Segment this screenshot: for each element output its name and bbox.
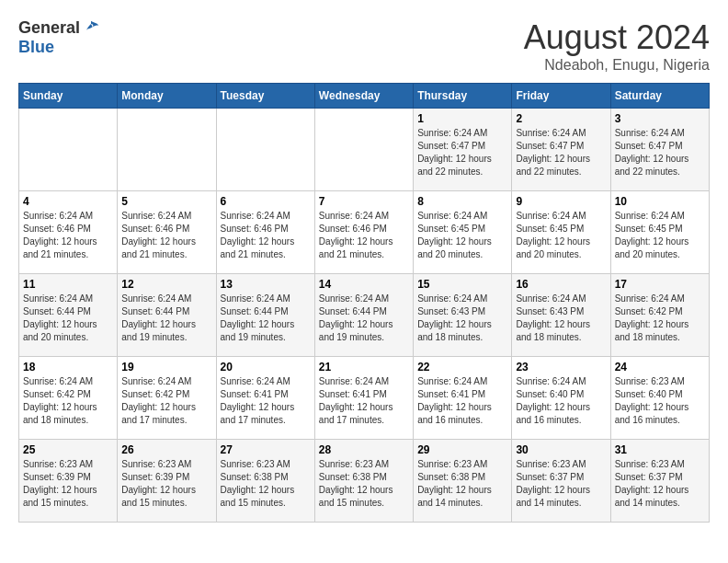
- day-info: Sunrise: 6:24 AM Sunset: 6:43 PM Dayligh…: [417, 293, 507, 344]
- month-year-title: August 2024: [524, 18, 710, 57]
- day-number: 3: [615, 112, 705, 125]
- day-number: 18: [23, 361, 113, 373]
- day-number: 15: [417, 278, 507, 291]
- calendar-cell: [216, 109, 314, 191]
- day-info: Sunrise: 6:24 AM Sunset: 6:47 PM Dayligh…: [417, 127, 507, 178]
- logo-blue-text: Blue: [18, 38, 54, 57]
- day-info: Sunrise: 6:24 AM Sunset: 6:41 PM Dayligh…: [319, 375, 409, 427]
- calendar-cell: 2Sunrise: 6:24 AM Sunset: 6:47 PM Daylig…: [512, 109, 610, 191]
- day-number: 1: [417, 112, 507, 125]
- calendar-cell: 17Sunrise: 6:24 AM Sunset: 6:42 PM Dayli…: [610, 274, 709, 357]
- day-info: Sunrise: 6:24 AM Sunset: 6:44 PM Dayligh…: [319, 293, 409, 344]
- calendar-cell: [19, 109, 118, 191]
- day-info: Sunrise: 6:24 AM Sunset: 6:40 PM Dayligh…: [516, 375, 606, 427]
- day-info: Sunrise: 6:24 AM Sunset: 6:42 PM Dayligh…: [615, 293, 705, 344]
- logo-bird-icon: [82, 19, 100, 38]
- calendar-cell: 4Sunrise: 6:24 AM Sunset: 6:46 PM Daylig…: [19, 191, 118, 274]
- header-tuesday: Tuesday: [216, 84, 314, 109]
- day-number: 7: [319, 195, 409, 208]
- calendar-header: SundayMondayTuesdayWednesdayThursdayFrid…: [19, 84, 710, 109]
- day-info: Sunrise: 6:24 AM Sunset: 6:47 PM Dayligh…: [615, 127, 705, 178]
- calendar-cell: 25Sunrise: 6:23 AM Sunset: 6:39 PM Dayli…: [19, 440, 118, 523]
- header-friday: Friday: [512, 84, 610, 109]
- calendar-cell: 31Sunrise: 6:23 AM Sunset: 6:37 PM Dayli…: [610, 440, 709, 523]
- calendar-cell: 6Sunrise: 6:24 AM Sunset: 6:46 PM Daylig…: [216, 191, 314, 274]
- week-row-2: 11Sunrise: 6:24 AM Sunset: 6:44 PM Dayli…: [19, 274, 710, 357]
- day-number: 2: [516, 112, 606, 125]
- calendar-cell: 14Sunrise: 6:24 AM Sunset: 6:44 PM Dayli…: [314, 274, 413, 357]
- calendar-cell: [314, 109, 413, 191]
- day-number: 8: [417, 195, 507, 208]
- week-row-3: 18Sunrise: 6:24 AM Sunset: 6:42 PM Dayli…: [19, 357, 710, 440]
- day-number: 21: [319, 361, 409, 373]
- calendar-cell: 29Sunrise: 6:23 AM Sunset: 6:38 PM Dayli…: [414, 440, 512, 523]
- calendar-cell: 11Sunrise: 6:24 AM Sunset: 6:44 PM Dayli…: [19, 274, 118, 357]
- day-number: 4: [23, 195, 113, 208]
- day-number: 20: [221, 361, 311, 373]
- header-sunday: Sunday: [19, 84, 118, 109]
- calendar-cell: 24Sunrise: 6:23 AM Sunset: 6:40 PM Dayli…: [610, 357, 709, 440]
- header-row: SundayMondayTuesdayWednesdayThursdayFrid…: [19, 84, 710, 109]
- calendar-cell: 27Sunrise: 6:23 AM Sunset: 6:38 PM Dayli…: [216, 440, 314, 523]
- calendar-cell: 23Sunrise: 6:24 AM Sunset: 6:40 PM Dayli…: [512, 357, 610, 440]
- day-info: Sunrise: 6:23 AM Sunset: 6:38 PM Dayligh…: [319, 458, 409, 510]
- calendar-cell: 18Sunrise: 6:24 AM Sunset: 6:42 PM Dayli…: [19, 357, 118, 440]
- day-info: Sunrise: 6:24 AM Sunset: 6:46 PM Dayligh…: [319, 210, 409, 261]
- day-number: 5: [121, 195, 211, 208]
- day-number: 6: [221, 195, 311, 208]
- day-number: 9: [516, 195, 606, 208]
- day-number: 24: [615, 361, 705, 373]
- day-info: Sunrise: 6:23 AM Sunset: 6:37 PM Dayligh…: [615, 458, 705, 510]
- calendar-cell: 30Sunrise: 6:23 AM Sunset: 6:37 PM Dayli…: [512, 440, 610, 523]
- day-number: 13: [221, 278, 311, 291]
- calendar-cell: 15Sunrise: 6:24 AM Sunset: 6:43 PM Dayli…: [414, 274, 512, 357]
- day-info: Sunrise: 6:24 AM Sunset: 6:42 PM Dayligh…: [23, 375, 113, 427]
- calendar-cell: 1Sunrise: 6:24 AM Sunset: 6:47 PM Daylig…: [414, 109, 512, 191]
- calendar-cell: 3Sunrise: 6:24 AM Sunset: 6:47 PM Daylig…: [610, 109, 709, 191]
- day-info: Sunrise: 6:24 AM Sunset: 6:45 PM Dayligh…: [516, 210, 606, 261]
- day-info: Sunrise: 6:24 AM Sunset: 6:45 PM Dayligh…: [615, 210, 705, 261]
- title-area: August 2024 Ndeaboh, Enugu, Nigeria: [524, 18, 710, 74]
- day-number: 19: [121, 361, 211, 373]
- calendar-cell: 21Sunrise: 6:24 AM Sunset: 6:41 PM Dayli…: [314, 357, 413, 440]
- calendar-cell: 10Sunrise: 6:24 AM Sunset: 6:45 PM Dayli…: [610, 191, 709, 274]
- location-subtitle: Ndeaboh, Enugu, Nigeria: [524, 57, 710, 74]
- week-row-4: 25Sunrise: 6:23 AM Sunset: 6:39 PM Dayli…: [19, 440, 710, 523]
- day-info: Sunrise: 6:24 AM Sunset: 6:41 PM Dayligh…: [417, 375, 507, 427]
- header-wednesday: Wednesday: [314, 84, 413, 109]
- day-number: 10: [615, 195, 705, 208]
- day-info: Sunrise: 6:24 AM Sunset: 6:44 PM Dayligh…: [23, 293, 113, 344]
- calendar-cell: 9Sunrise: 6:24 AM Sunset: 6:45 PM Daylig…: [512, 191, 610, 274]
- week-row-1: 4Sunrise: 6:24 AM Sunset: 6:46 PM Daylig…: [19, 191, 710, 274]
- calendar-cell: 13Sunrise: 6:24 AM Sunset: 6:44 PM Dayli…: [216, 274, 314, 357]
- header-saturday: Saturday: [610, 84, 709, 109]
- day-info: Sunrise: 6:24 AM Sunset: 6:42 PM Dayligh…: [121, 375, 211, 427]
- header: General Blue August 2024 Ndeaboh, Enugu,…: [18, 18, 710, 74]
- day-info: Sunrise: 6:24 AM Sunset: 6:46 PM Dayligh…: [121, 210, 211, 261]
- day-number: 27: [221, 443, 311, 456]
- day-info: Sunrise: 6:24 AM Sunset: 6:46 PM Dayligh…: [23, 210, 113, 261]
- calendar-cell: 8Sunrise: 6:24 AM Sunset: 6:45 PM Daylig…: [414, 191, 512, 274]
- day-info: Sunrise: 6:24 AM Sunset: 6:47 PM Dayligh…: [516, 127, 606, 178]
- week-row-0: 1Sunrise: 6:24 AM Sunset: 6:47 PM Daylig…: [19, 109, 710, 191]
- day-number: 25: [23, 443, 113, 456]
- day-info: Sunrise: 6:24 AM Sunset: 6:44 PM Dayligh…: [221, 293, 311, 344]
- day-info: Sunrise: 6:23 AM Sunset: 6:40 PM Dayligh…: [615, 375, 705, 427]
- day-number: 23: [516, 361, 606, 373]
- day-info: Sunrise: 6:23 AM Sunset: 6:38 PM Dayligh…: [417, 458, 507, 510]
- calendar-cell: 28Sunrise: 6:23 AM Sunset: 6:38 PM Dayli…: [314, 440, 413, 523]
- day-info: Sunrise: 6:24 AM Sunset: 6:46 PM Dayligh…: [221, 210, 311, 261]
- logo: General Blue: [18, 18, 100, 57]
- calendar-cell: 5Sunrise: 6:24 AM Sunset: 6:46 PM Daylig…: [118, 191, 216, 274]
- day-info: Sunrise: 6:23 AM Sunset: 6:39 PM Dayligh…: [121, 458, 211, 510]
- header-monday: Monday: [118, 84, 216, 109]
- day-info: Sunrise: 6:23 AM Sunset: 6:37 PM Dayligh…: [516, 458, 606, 510]
- day-info: Sunrise: 6:24 AM Sunset: 6:45 PM Dayligh…: [417, 210, 507, 261]
- day-info: Sunrise: 6:23 AM Sunset: 6:39 PM Dayligh…: [23, 458, 113, 510]
- day-number: 28: [319, 443, 409, 456]
- calendar-table: SundayMondayTuesdayWednesdayThursdayFrid…: [18, 83, 710, 523]
- day-info: Sunrise: 6:24 AM Sunset: 6:44 PM Dayligh…: [121, 293, 211, 344]
- day-number: 12: [121, 278, 211, 291]
- day-number: 14: [319, 278, 409, 291]
- logo-general-text: General: [18, 18, 80, 38]
